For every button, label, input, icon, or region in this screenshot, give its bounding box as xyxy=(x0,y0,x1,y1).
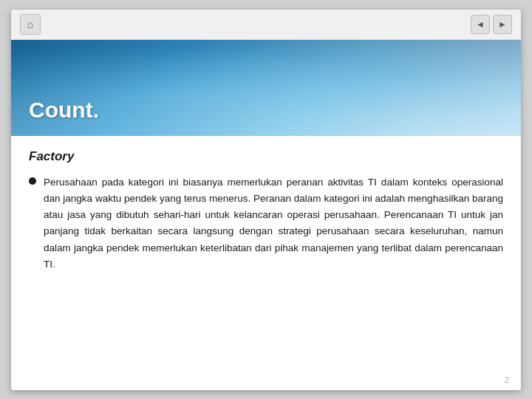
section-title: Factory xyxy=(29,149,503,164)
bullet-text: Perusahaan pada kategori ini biasanya me… xyxy=(44,174,503,273)
hero-banner: Count. xyxy=(11,40,521,136)
toolbar-left: ⌂ xyxy=(20,14,41,35)
prev-button[interactable]: ◄ xyxy=(471,15,490,34)
outer-container: ⌂ ◄ ► Count. Factory Perusahaan pada kat… xyxy=(0,0,532,399)
next-icon: ► xyxy=(498,19,507,30)
next-button[interactable]: ► xyxy=(493,15,512,34)
page-number: 2 xyxy=(505,375,509,384)
toolbar-right: ◄ ► xyxy=(471,15,512,34)
home-icon: ⌂ xyxy=(27,18,33,30)
bullet-dot xyxy=(29,177,36,185)
home-button[interactable]: ⌂ xyxy=(20,14,41,35)
slide-container: ⌂ ◄ ► Count. Factory Perusahaan pada kat… xyxy=(11,10,521,390)
prev-icon: ◄ xyxy=(476,19,485,30)
content-area: Factory Perusahaan pada kategori ini bia… xyxy=(11,136,521,390)
bullet-item: Perusahaan pada kategori ini biasanya me… xyxy=(29,174,503,273)
hero-title: Count. xyxy=(29,98,99,123)
toolbar: ⌂ ◄ ► xyxy=(11,10,521,40)
